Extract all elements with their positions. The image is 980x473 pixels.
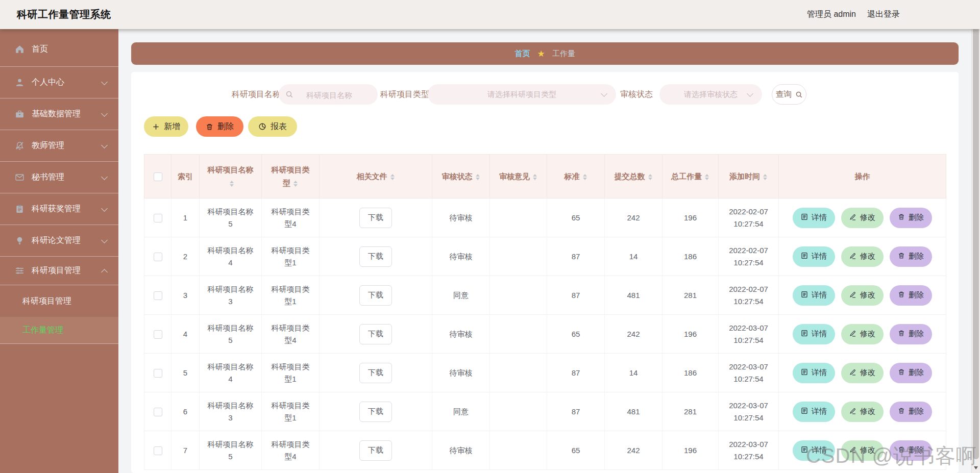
row-delete-button[interactable]: 删除: [890, 324, 932, 344]
opinion-cell: [490, 276, 547, 315]
sidebar-item-2[interactable]: 个人中心: [0, 67, 118, 98]
column-header: 操作: [779, 155, 946, 198]
delete-button[interactable]: 删除: [196, 116, 243, 137]
detail-button[interactable]: 详情: [793, 402, 835, 422]
edit-button[interactable]: 修改: [841, 363, 884, 383]
edit-button[interactable]: 修改: [841, 324, 884, 344]
project-name-cell: 科研项目名称5: [200, 198, 262, 237]
trash-icon: [898, 252, 905, 261]
row-checkbox[interactable]: [154, 446, 162, 455]
add-button[interactable]: 新增: [144, 116, 188, 137]
sidebar-item-7[interactable]: 科研论文管理: [0, 225, 118, 257]
sidebar-item-8[interactable]: 科研项目管理: [0, 257, 118, 285]
home-icon: [15, 44, 24, 54]
row-checkbox[interactable]: [154, 291, 162, 300]
detail-button[interactable]: 详情: [793, 246, 835, 267]
row-delete-button[interactable]: 删除: [890, 440, 932, 461]
row-delete-button[interactable]: 删除: [890, 246, 932, 267]
file-cell: 下载: [320, 276, 432, 315]
edit-button[interactable]: 修改: [841, 208, 884, 228]
scrollbar-down-arrow[interactable]: [974, 466, 978, 469]
search-type-label: 科研项目类型: [380, 84, 429, 105]
row-delete-button[interactable]: 删除: [890, 363, 932, 383]
actions-cell: 详情修改删除: [779, 354, 946, 392]
search-name-field[interactable]: [279, 84, 378, 105]
sidebar-item-label: 科研项目管理: [32, 265, 81, 276]
edit-button[interactable]: 修改: [841, 440, 884, 461]
download-button[interactable]: 下载: [359, 285, 392, 306]
download-button[interactable]: 下载: [359, 402, 392, 422]
row-checkbox[interactable]: [154, 369, 162, 378]
actions-cell: 详情修改删除: [779, 276, 946, 315]
logout-link[interactable]: 退出登录: [867, 9, 900, 20]
sidebar-item-4[interactable]: 教师管理: [0, 130, 118, 162]
row-checkbox[interactable]: [154, 253, 162, 261]
detail-button[interactable]: 详情: [793, 285, 835, 306]
row-select-cell: [144, 315, 172, 354]
sidebar-item-1[interactable]: 首页: [0, 32, 118, 67]
edit-button[interactable]: 修改: [841, 246, 884, 267]
column-header: 审核意见: [490, 155, 547, 198]
detail-button[interactable]: 详情: [793, 324, 835, 344]
query-button[interactable]: 查询: [772, 84, 806, 105]
sort-caret-icon[interactable]: [648, 174, 653, 180]
row-checkbox[interactable]: [154, 330, 162, 339]
sort-caret-icon[interactable]: [230, 181, 234, 187]
row-checkbox[interactable]: [154, 408, 162, 416]
pencil-icon: [849, 330, 856, 338]
column-header: 标准: [547, 155, 605, 198]
status-cell: 待审核: [432, 354, 490, 392]
column-header: 审核状态: [432, 155, 490, 198]
standard-cell: 65: [547, 315, 605, 354]
project-name-cell: 科研项目名称4: [200, 354, 262, 392]
download-button[interactable]: 下载: [359, 324, 392, 344]
select-all-checkbox[interactable]: [154, 172, 162, 181]
pencil-icon: [849, 407, 856, 416]
sidebar-item-6[interactable]: 科研获奖管理: [0, 193, 118, 225]
search-name-input[interactable]: [279, 84, 380, 106]
scrollbar-thumb[interactable]: [973, 10, 979, 459]
breadcrumb-home-link[interactable]: 首页: [514, 49, 530, 59]
sidebar-item-3[interactable]: 基础数据管理: [0, 98, 118, 130]
sidebar-subitem-2[interactable]: 工作量管理: [0, 317, 118, 344]
sidebar-item-5[interactable]: 秘书管理: [0, 162, 118, 193]
sidebar-item-label: 秘书管理: [32, 172, 64, 183]
sort-caret-icon[interactable]: [583, 174, 587, 180]
trash-icon: [898, 330, 905, 338]
row-delete-button[interactable]: 删除: [890, 285, 932, 306]
sort-caret-icon[interactable]: [390, 174, 395, 180]
download-button[interactable]: 下载: [359, 208, 392, 228]
date-cell: 2022-02-0710:27:54: [719, 198, 779, 237]
standard-cell: 87: [547, 392, 605, 431]
edit-button[interactable]: 修改: [841, 402, 884, 422]
sort-caret-icon[interactable]: [533, 174, 537, 180]
detail-button[interactable]: 详情: [793, 363, 835, 383]
sort-caret-icon[interactable]: [763, 174, 768, 180]
detail-button[interactable]: 详情: [793, 208, 835, 228]
edit-button[interactable]: 修改: [841, 285, 884, 306]
standard-cell: 65: [547, 431, 605, 470]
download-button[interactable]: 下载: [359, 440, 392, 461]
detail-button[interactable]: 详情: [793, 440, 835, 461]
search-status-select[interactable]: 请选择审核状态: [659, 84, 762, 105]
row-checkbox[interactable]: [154, 214, 162, 222]
sort-caret-icon[interactable]: [293, 181, 298, 187]
row-delete-button[interactable]: 删除: [890, 402, 932, 422]
scrollbar[interactable]: [971, 0, 980, 473]
download-button[interactable]: 下载: [359, 246, 392, 267]
sort-caret-icon[interactable]: [476, 174, 480, 180]
status-cell: 同意: [432, 276, 490, 315]
search-type-select[interactable]: 请选择科研项目类型: [428, 84, 616, 105]
project-name-cell: 科研项目名称3: [200, 276, 262, 315]
clipboard-icon: [15, 204, 24, 214]
bell-slash-icon: [15, 141, 24, 151]
standard-cell: 87: [547, 237, 605, 276]
status-cell: 待审核: [432, 431, 490, 470]
total-cell: 481: [605, 392, 663, 431]
sidebar-subitem-1[interactable]: 科研项目管理: [0, 285, 118, 317]
pencil-icon: [849, 252, 856, 261]
sort-caret-icon[interactable]: [705, 174, 709, 180]
download-button[interactable]: 下载: [359, 363, 392, 383]
row-delete-button[interactable]: 删除: [890, 208, 932, 228]
report-button[interactable]: 报表: [248, 116, 297, 137]
